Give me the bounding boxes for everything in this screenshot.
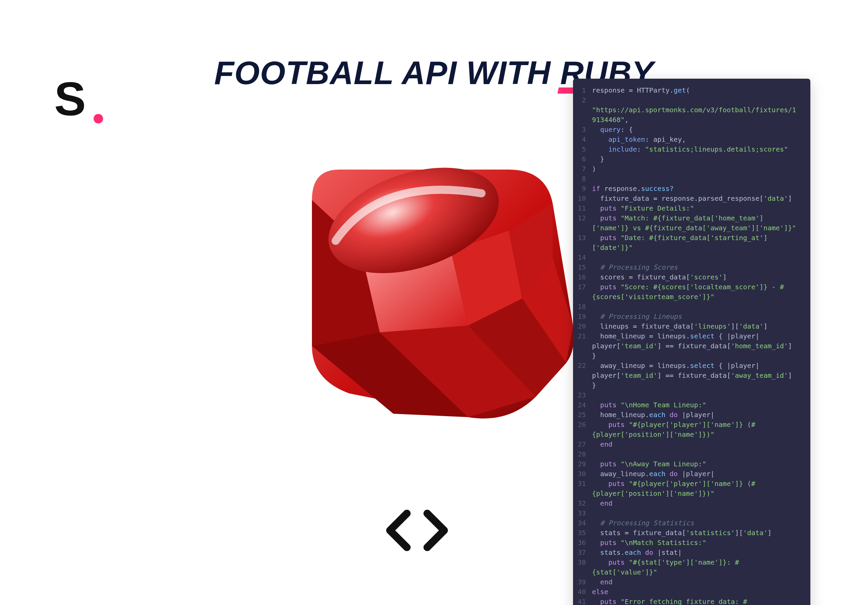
code-content: puts "\nMatch Statistics:" (592, 538, 802, 548)
code-line: 5 include: "statistics;lineups.details;s… (573, 144, 802, 154)
code-line: 10 fixture_data = response.parsed_respon… (573, 194, 802, 203)
line-number: 9 (573, 184, 592, 194)
code-line: 28 (573, 449, 802, 459)
code-content: else (592, 587, 802, 597)
code-content: lineups = fixture_data['lineups']['data'… (592, 321, 802, 331)
code-line: 29 puts "\nAway Team Lineup:" (573, 459, 802, 469)
code-content: "https://api.sportmonks.com/v3/football/… (592, 95, 802, 125)
line-number: 4 (573, 135, 592, 144)
line-number: 24 (573, 400, 592, 410)
code-content: include: "statistics;lineups.details;sco… (592, 144, 802, 154)
code-line: 1response = HTTParty.get( (573, 85, 802, 95)
code-content: end (592, 439, 802, 449)
code-line: 13 puts "Date: #{fixture_data['starting_… (573, 233, 802, 253)
code-content: end (592, 577, 802, 587)
line-number: 16 (573, 272, 592, 282)
code-editor-panel: 1response = HTTParty.get(2 "https://api.… (573, 79, 811, 605)
code-line: 40else (573, 587, 802, 597)
code-content: away_lineup.each do |player| (592, 469, 802, 479)
code-content: response = HTTParty.get( (592, 85, 802, 95)
code-line: 36 puts "\nMatch Statistics:" (573, 538, 802, 548)
code-content: query: { (592, 125, 802, 135)
code-content: away_lineup = lineups.select { |player| … (592, 361, 802, 390)
code-content: puts "#{player['player']['name']} (#{pla… (592, 420, 802, 439)
line-number: 22 (573, 361, 592, 390)
code-line: 15 # Processing Scores (573, 262, 802, 272)
code-line: 6 } (573, 154, 802, 164)
line-number: 17 (573, 282, 592, 302)
line-number: 6 (573, 154, 592, 164)
line-number: 31 (573, 479, 592, 498)
ruby-gem-icon (291, 156, 577, 420)
line-number: 34 (573, 518, 592, 528)
line-number: 36 (573, 538, 592, 548)
code-content (592, 302, 802, 312)
line-number: 14 (573, 253, 592, 262)
code-line: 21 home_lineup = lineups.select { |playe… (573, 331, 802, 361)
line-number: 28 (573, 449, 592, 459)
line-number: 27 (573, 439, 592, 449)
code-content (592, 253, 802, 262)
code-line: 17 puts "Score: #{scores['localteam_scor… (573, 282, 802, 302)
line-number: 7 (573, 164, 592, 174)
code-line: 22 away_lineup = lineups.select { |playe… (573, 361, 802, 390)
code-content (592, 390, 802, 400)
code-content: stats.each do |stat| (592, 548, 802, 557)
code-line: 25 home_lineup.each do |player| (573, 410, 802, 420)
line-number: 2 (573, 95, 592, 125)
code-content: puts "Fixture Details:" (592, 203, 802, 213)
line-number: 35 (573, 528, 592, 538)
code-content: puts "Match: #{fixture_data['home_team']… (592, 213, 802, 233)
code-content: puts "\nAway Team Lineup:" (592, 459, 802, 469)
code-content: api_token: api_key, (592, 135, 802, 144)
code-line: 9if response.success? (573, 184, 802, 194)
code-line: 19 # Processing Lineups (573, 312, 802, 321)
code-line: 41 puts "Error fetching fixture data: #{… (573, 597, 802, 605)
code-line: 4 api_token: api_key, (573, 135, 802, 144)
line-number: 40 (573, 587, 592, 597)
code-line: 30 away_lineup.each do |player| (573, 469, 802, 479)
code-content: fixture_data = response.parsed_response[… (592, 194, 802, 203)
code-line: 11 puts "Fixture Details:" (573, 203, 802, 213)
code-line: 14 (573, 253, 802, 262)
code-content: } (592, 154, 802, 164)
code-content: if response.success? (592, 184, 802, 194)
code-line: 31 puts "#{player['player']['name']} (#{… (573, 479, 802, 498)
line-number: 18 (573, 302, 592, 312)
code-line: 8 (573, 174, 802, 184)
line-number: 26 (573, 420, 592, 439)
code-line: 27 end (573, 439, 802, 449)
code-line: 2 "https://api.sportmonks.com/v3/footbal… (573, 95, 802, 125)
code-content: ) (592, 164, 802, 174)
line-number: 41 (573, 597, 592, 605)
code-content: puts "Date: #{fixture_data['starting_at'… (592, 233, 802, 253)
code-content: scores = fixture_data['scores'] (592, 272, 802, 282)
logo-letter: S (54, 74, 86, 126)
code-brackets-icon (383, 507, 451, 554)
line-number: 5 (573, 144, 592, 154)
line-number: 37 (573, 548, 592, 557)
code-line: 35 stats = fixture_data['statistics']['d… (573, 528, 802, 538)
code-line: 37 stats.each do |stat| (573, 548, 802, 557)
line-number: 25 (573, 410, 592, 420)
code-line: 7) (573, 164, 802, 174)
code-content: stats = fixture_data['statistics']['data… (592, 528, 802, 538)
code-content: puts "#{stat['type']['name']}: #{stat['v… (592, 557, 802, 577)
code-content: # Processing Statistics (592, 518, 802, 528)
code-line: 23 (573, 390, 802, 400)
code-line: 16 scores = fixture_data['scores'] (573, 272, 802, 282)
code-content: # Processing Scores (592, 262, 802, 272)
line-number: 12 (573, 213, 592, 233)
line-number: 29 (573, 459, 592, 469)
line-number: 3 (573, 125, 592, 135)
line-number: 1 (573, 85, 592, 95)
code-content: home_lineup = lineups.select { |player| … (592, 331, 802, 361)
code-line: 34 # Processing Statistics (573, 518, 802, 528)
code-line: 32 end (573, 498, 802, 508)
line-number: 33 (573, 508, 592, 518)
code-content: home_lineup.each do |player| (592, 410, 802, 420)
code-line: 3 query: { (573, 125, 802, 135)
line-number: 30 (573, 469, 592, 479)
line-number: 15 (573, 262, 592, 272)
title-prefix: FOOTBALL API WITH (214, 54, 561, 91)
